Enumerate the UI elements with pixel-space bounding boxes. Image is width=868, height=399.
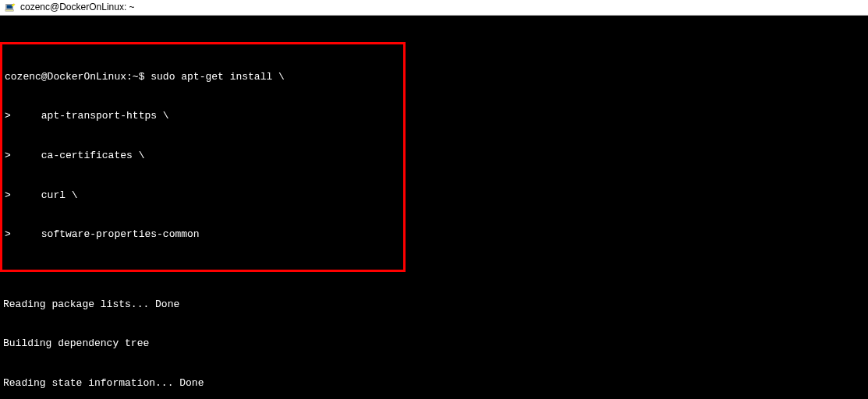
titlebar-text: cozenc@DockerOnLinux: ~ [20,2,135,14]
command-line: cozenc@DockerOnLinux:~$ sudo apt-get ins… [4,71,402,84]
output-line: Reading state information... Done [0,377,868,390]
titlebar[interactable]: cozenc@DockerOnLinux: ~ [0,0,868,16]
command-highlight-box: cozenc@DockerOnLinux:~$ sudo apt-get ins… [0,42,406,272]
command-line: > apt-transport-https \ [4,110,402,123]
output-line: Reading package lists... Done [0,298,868,312]
svg-rect-1 [7,5,12,8]
command-line: > curl \ [4,189,402,203]
command-line: > software-properties-common [4,228,402,242]
output-line: Building dependency tree [0,337,868,351]
putty-icon [5,2,16,13]
command-line: > ca-certificates \ [4,150,402,163]
terminal-window: cozenc@DockerOnLinux: ~ cozenc@DockerOnL… [0,0,868,399]
svg-rect-2 [5,9,14,11]
terminal-body[interactable]: cozenc@DockerOnLinux:~$ sudo apt-get ins… [0,16,868,399]
